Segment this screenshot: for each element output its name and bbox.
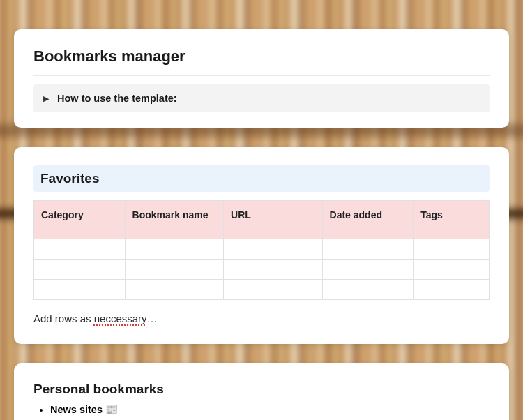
favorites-heading: Favorites	[40, 171, 483, 186]
table-row[interactable]	[34, 260, 490, 280]
newspaper-icon: 📰	[105, 404, 118, 415]
col-bookmark-name[interactable]: Bookmark name	[125, 201, 223, 239]
cell[interactable]	[414, 260, 490, 280]
cell[interactable]	[125, 280, 223, 300]
favorites-card: Favorites Category Bookmark name URL Dat…	[14, 147, 509, 344]
title-card: Bookmarks manager ▶ How to use the templ…	[14, 29, 509, 128]
page-scroll: Bookmarks manager ▶ How to use the templ…	[0, 0, 523, 420]
bullet-label: News sites	[50, 404, 103, 415]
cell[interactable]	[414, 239, 490, 260]
howto-label: How to use the template:	[57, 93, 177, 104]
add-rows-hint[interactable]: Add rows as neccessary…	[33, 313, 490, 324]
cell[interactable]	[34, 260, 126, 280]
favorites-heading-band: Favorites	[33, 165, 490, 192]
cell[interactable]	[125, 239, 223, 260]
cell[interactable]	[125, 260, 223, 280]
disclosure-triangle-icon: ▶	[43, 94, 49, 103]
col-category[interactable]: Category	[34, 201, 126, 239]
favorites-table[interactable]: Category Bookmark name URL Date added Ta…	[33, 200, 490, 300]
howto-toggle[interactable]: ▶ How to use the template:	[33, 84, 490, 112]
personal-card: Personal bookmarks News sites 📰 Bookmark…	[14, 363, 509, 420]
page-title: Bookmarks manager	[33, 47, 490, 66]
personal-heading: Personal bookmarks	[33, 382, 490, 397]
hint-prefix: Add rows as	[33, 313, 94, 324]
divider	[33, 75, 490, 76]
table-row[interactable]	[34, 239, 490, 260]
col-date-added[interactable]: Date added	[322, 201, 414, 239]
cell[interactable]	[34, 280, 126, 300]
table-header-row: Category Bookmark name URL Date added Ta…	[34, 201, 490, 239]
cell[interactable]	[322, 260, 414, 280]
cell[interactable]	[224, 280, 322, 300]
cell[interactable]	[414, 280, 490, 300]
col-tags[interactable]: Tags	[414, 201, 490, 239]
cell[interactable]	[224, 239, 322, 260]
cell[interactable]	[322, 239, 414, 260]
col-url[interactable]: URL	[224, 201, 322, 239]
hint-misspelled-word: neccessary	[94, 313, 147, 324]
table-row[interactable]	[34, 280, 490, 300]
list-item[interactable]: News sites 📰	[50, 404, 490, 416]
cell[interactable]	[224, 260, 322, 280]
personal-bullets: News sites 📰	[33, 404, 490, 416]
cell[interactable]	[322, 280, 414, 300]
hint-suffix: …	[147, 313, 158, 324]
cell[interactable]	[34, 239, 126, 260]
